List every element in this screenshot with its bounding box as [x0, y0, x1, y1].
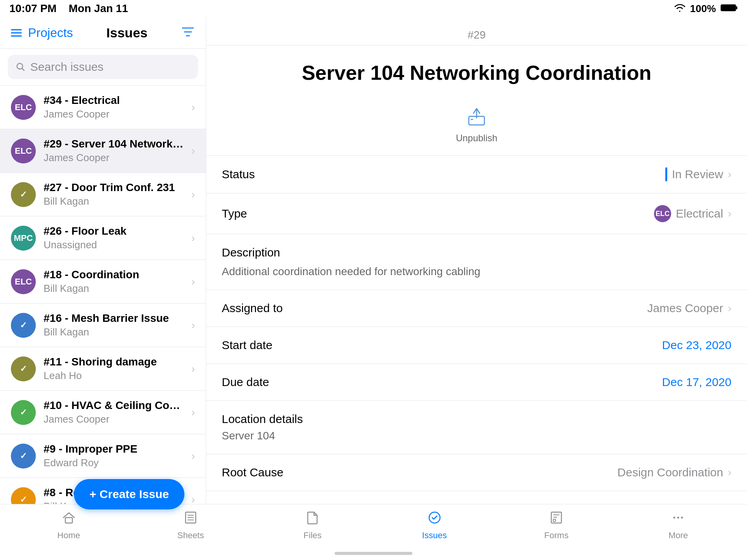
chevron-right-icon: › — [191, 276, 195, 288]
files-tab-label: Files — [303, 530, 321, 541]
type-value-container: ELC Electrical › — [654, 205, 731, 222]
time-display: 10:07 PM — [9, 2, 56, 14]
issue-list-item-29[interactable]: ELC #29 - Server 104 Networking Coordina… — [0, 129, 206, 173]
tab-files[interactable]: Files — [252, 511, 374, 541]
unpublish-action[interactable]: Unpublish — [206, 96, 747, 156]
issue-title: #18 - Coordination — [44, 269, 184, 281]
svg-point-17 — [681, 517, 683, 519]
forms-tab-label: Forms — [544, 530, 568, 541]
issue-content: #11 - Shoring damage Leah Ho — [44, 356, 184, 382]
create-issue-label: + Create Issue — [89, 488, 169, 501]
type-chevron: › — [728, 207, 731, 220]
issue-title: #10 - HVAC & Ceiling Conflict — [44, 399, 184, 412]
due-date-value-container: Dec 17, 2020 — [662, 376, 731, 389]
home-indicator — [0, 547, 747, 560]
menu-icon[interactable] — [11, 29, 22, 37]
description-text: Additional coordination needed for netwo… — [222, 265, 731, 278]
chevron-right-icon: › — [191, 319, 195, 332]
sidebar-title: Issues — [106, 25, 147, 40]
tab-forms[interactable]: Forms — [495, 511, 617, 541]
chevron-right-icon: › — [191, 493, 195, 504]
svg-rect-1 — [736, 6, 737, 9]
issue-title: #26 - Floor Leak — [44, 225, 184, 237]
issue-content: #18 - Coordination Bill Kagan — [44, 269, 184, 295]
files-tab-icon — [305, 511, 319, 528]
issue-list-item-18[interactable]: ELC #18 - Coordination Bill Kagan › — [0, 260, 206, 304]
sidebar-header: Projects Issues — [0, 17, 206, 49]
issues-tab-label: Issues — [422, 530, 447, 541]
detail-issue-number: #29 — [206, 17, 747, 46]
search-wrapper — [8, 55, 198, 79]
tab-home[interactable]: Home — [8, 511, 130, 541]
create-issue-button[interactable]: + Create Issue — [74, 479, 184, 509]
unpublish-icon — [464, 104, 489, 129]
issue-title: #16 - Mesh Barrier Issue — [44, 312, 184, 325]
assigned-to-chevron: › — [728, 302, 731, 314]
battery-level: 100% — [690, 3, 716, 15]
assigned-to-label: Assigned to — [222, 302, 283, 315]
type-row[interactable]: Type ELC Electrical › — [206, 193, 747, 234]
issue-avatar: ✓ — [11, 356, 36, 381]
issue-list-item-26[interactable]: MPC #26 - Floor Leak Unassigned › — [0, 216, 206, 260]
root-cause-row[interactable]: Root Cause Design Coordination › — [206, 454, 747, 491]
start-date-row[interactable]: Start date Dec 23, 2020 — [206, 327, 747, 364]
detail-issue-title: Server 104 Networking Coordination — [206, 46, 747, 96]
due-date-row[interactable]: Due date Dec 17, 2020 — [206, 364, 747, 401]
issue-list-item-27[interactable]: ✓ #27 - Door Trim Conf. 231 Bill Kagan › — [0, 173, 206, 216]
issue-list: ELC #34 - Electrical James Cooper › ELC … — [0, 86, 206, 504]
filter-icon[interactable] — [181, 25, 195, 40]
status-time: 10:07 PM Mon Jan 11 — [9, 2, 128, 15]
issue-assignee: Unassigned — [44, 239, 184, 251]
issue-list-item-11[interactable]: ✓ #11 - Shoring damage Leah Ho › — [0, 347, 206, 391]
svg-rect-5 — [65, 518, 72, 523]
sheets-tab-icon — [184, 511, 198, 528]
issue-avatar: ✓ — [11, 487, 36, 504]
description-section: Description Additional coordination need… — [206, 234, 747, 290]
status-value-container: In Review › — [665, 167, 731, 181]
tab-more[interactable]: More — [617, 511, 739, 541]
date-display: Mon Jan 11 — [69, 2, 128, 14]
search-input[interactable] — [30, 60, 190, 74]
search-icon — [16, 61, 26, 72]
issue-list-item-10[interactable]: ✓ #10 - HVAC & Ceiling Conflict James Co… — [0, 391, 206, 434]
assigned-to-row[interactable]: Assigned to James Cooper › — [206, 290, 747, 327]
search-container — [0, 49, 206, 86]
issue-content: #34 - Electrical James Cooper — [44, 94, 184, 120]
chevron-right-icon: › — [191, 406, 195, 419]
issue-content: #29 - Server 104 Networking Coordina... … — [44, 138, 184, 164]
issue-assignee: Leah Ho — [44, 370, 184, 382]
issue-title: #29 - Server 104 Networking Coordina... — [44, 138, 184, 150]
type-label: Type — [222, 207, 247, 220]
home-indicator-bar — [335, 552, 412, 555]
home-tab-icon — [62, 511, 76, 528]
type-badge: ELC — [654, 205, 671, 222]
issue-assignee: Bill Kagan — [44, 195, 184, 207]
tab-issues[interactable]: Issues — [374, 511, 495, 541]
chevron-right-icon: › — [191, 232, 195, 244]
projects-label[interactable]: Projects — [28, 26, 73, 40]
svg-rect-14 — [553, 519, 556, 521]
issue-list-item-34[interactable]: ELC #34 - Electrical James Cooper › — [0, 86, 206, 129]
status-bar: 10:07 PM Mon Jan 11 100% — [0, 0, 747, 17]
issue-avatar: ✓ — [11, 182, 36, 207]
issue-list-item-16[interactable]: ✓ #16 - Mesh Barrier Issue Bill Kagan › — [0, 304, 206, 347]
issue-assignee: James Cooper — [44, 108, 184, 120]
issues-tab-icon — [428, 511, 442, 528]
svg-point-15 — [673, 517, 675, 519]
tab-sheets[interactable]: Sheets — [130, 511, 251, 541]
sidebar-header-left: Projects — [11, 26, 73, 40]
status-row[interactable]: Status In Review › — [206, 156, 747, 193]
issue-content: #27 - Door Trim Conf. 231 Bill Kagan — [44, 181, 184, 207]
issue-list-item-9[interactable]: ✓ #9 - Improper PPE Edward Roy › — [0, 434, 206, 478]
issue-avatar: ✓ — [11, 313, 36, 338]
placement-row[interactable]: Placement None — [206, 491, 747, 504]
tab-bar: Home Sheets Files Issues Forms More — [0, 504, 747, 547]
battery-icon — [721, 3, 738, 15]
status-chevron: › — [728, 168, 731, 181]
start-date-value: Dec 23, 2020 — [662, 339, 731, 352]
issue-assignee: Bill Kagan — [44, 326, 184, 338]
issue-title: #27 - Door Trim Conf. 231 — [44, 181, 184, 194]
issue-assignee: James Cooper — [44, 413, 184, 425]
status-icons: 100% — [674, 3, 738, 15]
issue-avatar: ELC — [11, 139, 36, 163]
